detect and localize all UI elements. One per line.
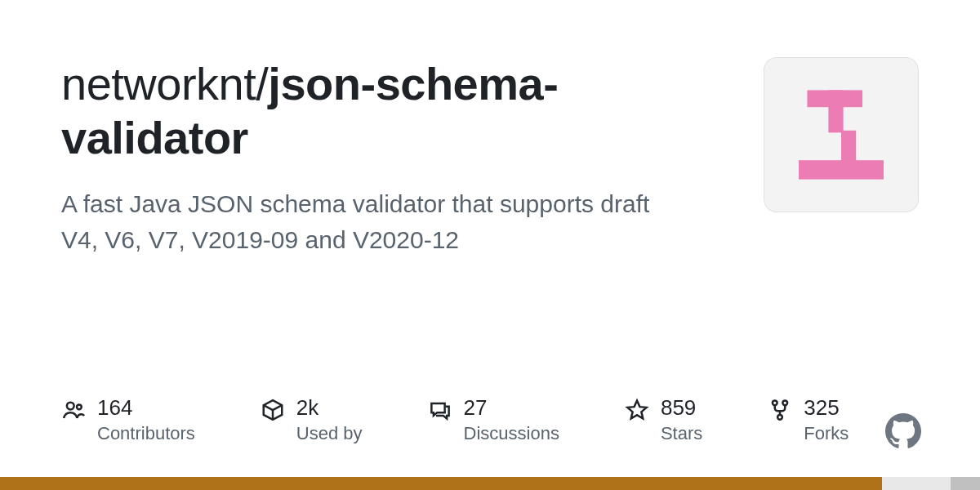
stat-discussions[interactable]: 27 Discussions	[428, 396, 559, 444]
svg-rect-2	[841, 131, 856, 163]
svg-point-7	[783, 401, 788, 406]
package-icon	[261, 398, 285, 422]
stat-stars[interactable]: 859 Stars	[625, 396, 702, 444]
svg-point-6	[773, 401, 777, 406]
repo-owner: networknt	[61, 58, 256, 109]
stats-row: 164 Contributors 2k Used by 27	[61, 396, 919, 444]
stat-label: Forks	[804, 423, 849, 444]
avatar[interactable]	[764, 57, 919, 212]
stat-label: Used by	[296, 423, 363, 444]
github-mark-icon[interactable]	[885, 413, 921, 449]
svg-point-8	[777, 415, 782, 420]
stat-value: 325	[804, 396, 849, 420]
star-icon	[625, 398, 649, 422]
stat-label: Stars	[661, 423, 702, 444]
stat-value: 859	[661, 396, 702, 420]
stat-value: 164	[97, 396, 195, 420]
people-icon	[61, 398, 86, 422]
svg-rect-1	[828, 90, 843, 132]
stat-value: 2k	[296, 396, 363, 420]
stat-used-by[interactable]: 2k Used by	[261, 396, 363, 444]
language-bar	[0, 477, 980, 490]
stat-label: Discussions	[464, 423, 559, 444]
svg-point-5	[77, 405, 82, 410]
title-slash: /	[256, 58, 268, 109]
stat-forks[interactable]: 325 Forks	[768, 396, 849, 444]
fork-icon	[768, 398, 792, 422]
repo-title[interactable]: networknt/json-schema-validator	[61, 57, 731, 165]
stat-value: 27	[464, 396, 559, 420]
stat-contributors[interactable]: 164 Contributors	[61, 396, 195, 444]
svg-rect-3	[799, 160, 884, 179]
repo-description: A fast Java JSON schema validator that s…	[61, 186, 682, 257]
avatar-identicon	[788, 82, 894, 188]
stat-label: Contributors	[97, 423, 195, 444]
comment-icon	[428, 398, 452, 422]
svg-point-4	[67, 403, 74, 410]
